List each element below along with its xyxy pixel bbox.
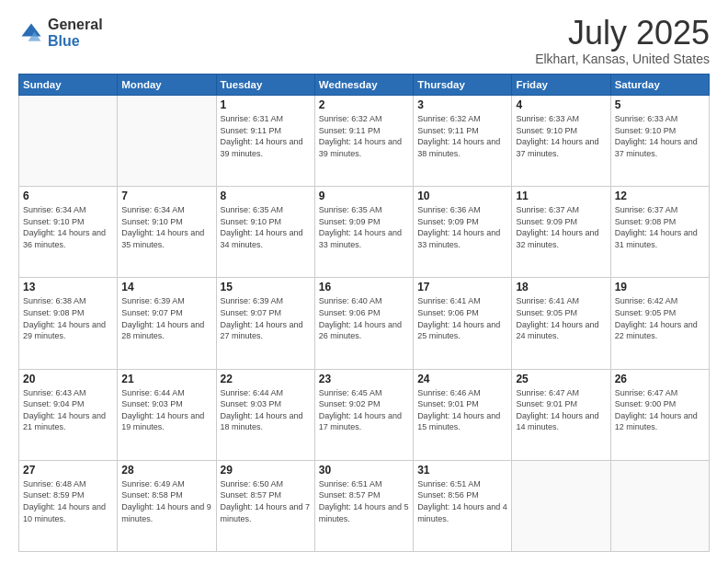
day-cell: 1Sunrise: 6:31 AMSunset: 9:11 PMDaylight…: [216, 96, 314, 187]
logo: General Blue: [18, 17, 103, 49]
day-number: 11: [516, 190, 606, 202]
week-row-2: 6Sunrise: 6:34 AMSunset: 9:10 PMDaylight…: [19, 187, 710, 278]
day-number: 22: [221, 373, 311, 385]
col-header-monday: Monday: [118, 75, 216, 96]
day-cell: 8Sunrise: 6:35 AMSunset: 9:10 PMDaylight…: [216, 187, 314, 278]
col-header-thursday: Thursday: [414, 75, 512, 96]
day-cell: 9Sunrise: 6:35 AMSunset: 9:09 PMDaylight…: [314, 187, 413, 278]
day-cell: 12Sunrise: 6:37 AMSunset: 9:08 PMDayligh…: [610, 187, 709, 278]
logo-text: General Blue: [48, 17, 103, 49]
week-row-5: 27Sunrise: 6:48 AMSunset: 8:59 PMDayligh…: [19, 460, 710, 551]
day-number: 23: [319, 373, 409, 385]
day-number: 29: [221, 464, 311, 477]
day-number: 14: [121, 281, 211, 293]
day-number: 15: [221, 281, 311, 293]
day-number: 20: [23, 373, 113, 385]
day-number: 12: [615, 190, 705, 202]
day-number: 24: [417, 373, 507, 385]
day-info: Sunrise: 6:34 AMSunset: 9:10 PMDaylight:…: [121, 204, 211, 250]
week-row-1: 1Sunrise: 6:31 AMSunset: 9:11 PMDaylight…: [19, 96, 710, 187]
day-number: 30: [319, 464, 409, 477]
day-number: 6: [23, 190, 113, 202]
col-header-tuesday: Tuesday: [216, 75, 314, 96]
day-info: Sunrise: 6:45 AMSunset: 9:02 PMDaylight:…: [319, 387, 409, 433]
day-cell: 10Sunrise: 6:36 AMSunset: 9:09 PMDayligh…: [414, 187, 512, 278]
day-info: Sunrise: 6:48 AMSunset: 8:59 PMDaylight:…: [23, 478, 113, 524]
day-number: 4: [516, 98, 606, 111]
day-cell: 27Sunrise: 6:48 AMSunset: 8:59 PMDayligh…: [19, 460, 118, 551]
day-cell: 13Sunrise: 6:38 AMSunset: 9:08 PMDayligh…: [19, 278, 118, 369]
day-info: Sunrise: 6:41 AMSunset: 9:06 PMDaylight:…: [417, 295, 507, 341]
day-cell: [512, 460, 610, 551]
day-cell: 7Sunrise: 6:34 AMSunset: 9:10 PMDaylight…: [118, 187, 216, 278]
day-info: Sunrise: 6:33 AMSunset: 9:10 PMDaylight:…: [615, 113, 705, 159]
day-number: 25: [516, 373, 606, 385]
day-number: 7: [121, 190, 211, 202]
week-row-4: 20Sunrise: 6:43 AMSunset: 9:04 PMDayligh…: [19, 369, 710, 460]
day-number: 1: [221, 98, 311, 111]
day-info: Sunrise: 6:51 AMSunset: 8:56 PMDaylight:…: [417, 478, 507, 524]
day-cell: 26Sunrise: 6:47 AMSunset: 9:00 PMDayligh…: [610, 369, 709, 460]
week-row-3: 13Sunrise: 6:38 AMSunset: 9:08 PMDayligh…: [19, 278, 710, 369]
page: General Blue July 2025 Elkhart, Kansas, …: [0, 0, 728, 563]
day-info: Sunrise: 6:42 AMSunset: 9:05 PMDaylight:…: [615, 295, 705, 341]
day-number: 31: [417, 464, 507, 477]
day-number: 10: [417, 190, 507, 202]
subtitle: Elkhart, Kansas, United States: [535, 52, 710, 66]
day-cell: 21Sunrise: 6:44 AMSunset: 9:03 PMDayligh…: [118, 369, 216, 460]
day-cell: 6Sunrise: 6:34 AMSunset: 9:10 PMDaylight…: [19, 187, 118, 278]
col-header-wednesday: Wednesday: [314, 75, 413, 96]
day-cell: 30Sunrise: 6:51 AMSunset: 8:57 PMDayligh…: [314, 460, 413, 551]
day-cell: 3Sunrise: 6:32 AMSunset: 9:11 PMDaylight…: [414, 96, 512, 187]
day-info: Sunrise: 6:46 AMSunset: 9:01 PMDaylight:…: [417, 387, 507, 433]
day-info: Sunrise: 6:47 AMSunset: 9:01 PMDaylight:…: [516, 387, 606, 433]
day-number: 21: [121, 373, 211, 385]
day-cell: 24Sunrise: 6:46 AMSunset: 9:01 PMDayligh…: [414, 369, 512, 460]
day-number: 9: [319, 190, 409, 202]
day-info: Sunrise: 6:44 AMSunset: 9:03 PMDaylight:…: [121, 387, 211, 433]
day-info: Sunrise: 6:47 AMSunset: 9:00 PMDaylight:…: [615, 387, 705, 433]
day-cell: 18Sunrise: 6:41 AMSunset: 9:05 PMDayligh…: [512, 278, 610, 369]
day-cell: 22Sunrise: 6:44 AMSunset: 9:03 PMDayligh…: [216, 369, 314, 460]
header-row: SundayMondayTuesdayWednesdayThursdayFrid…: [19, 75, 710, 96]
day-cell: [118, 96, 216, 187]
col-header-friday: Friday: [512, 75, 610, 96]
day-info: Sunrise: 6:39 AMSunset: 9:07 PMDaylight:…: [221, 295, 311, 341]
day-number: 17: [417, 281, 507, 293]
svg-marker-0: [22, 23, 41, 36]
day-cell: [19, 96, 118, 187]
day-cell: 25Sunrise: 6:47 AMSunset: 9:01 PMDayligh…: [512, 369, 610, 460]
day-cell: 28Sunrise: 6:49 AMSunset: 8:58 PMDayligh…: [118, 460, 216, 551]
day-cell: 4Sunrise: 6:33 AMSunset: 9:10 PMDaylight…: [512, 96, 610, 187]
day-cell: 20Sunrise: 6:43 AMSunset: 9:04 PMDayligh…: [19, 369, 118, 460]
day-cell: 2Sunrise: 6:32 AMSunset: 9:11 PMDaylight…: [314, 96, 413, 187]
day-info: Sunrise: 6:34 AMSunset: 9:10 PMDaylight:…: [23, 204, 113, 250]
day-number: 8: [221, 190, 311, 202]
day-info: Sunrise: 6:33 AMSunset: 9:10 PMDaylight:…: [516, 113, 606, 159]
day-info: Sunrise: 6:51 AMSunset: 8:57 PMDaylight:…: [319, 478, 409, 524]
day-info: Sunrise: 6:49 AMSunset: 8:58 PMDaylight:…: [121, 478, 211, 524]
day-info: Sunrise: 6:35 AMSunset: 9:09 PMDaylight:…: [319, 204, 409, 250]
day-number: 26: [615, 373, 705, 385]
day-cell: 16Sunrise: 6:40 AMSunset: 9:06 PMDayligh…: [314, 278, 413, 369]
day-info: Sunrise: 6:40 AMSunset: 9:06 PMDaylight:…: [319, 295, 409, 341]
day-number: 3: [417, 98, 507, 111]
day-number: 16: [319, 281, 409, 293]
day-info: Sunrise: 6:41 AMSunset: 9:05 PMDaylight:…: [516, 295, 606, 341]
logo-icon: [18, 20, 44, 46]
logo-general: General: [48, 17, 103, 33]
calendar-table: SundayMondayTuesdayWednesdayThursdayFrid…: [18, 74, 710, 552]
day-info: Sunrise: 6:36 AMSunset: 9:09 PMDaylight:…: [417, 204, 507, 250]
logo-blue: Blue: [48, 33, 103, 50]
day-number: 27: [23, 464, 113, 477]
day-info: Sunrise: 6:37 AMSunset: 9:08 PMDaylight:…: [615, 204, 705, 250]
day-info: Sunrise: 6:50 AMSunset: 8:57 PMDaylight:…: [221, 478, 311, 524]
day-cell: 29Sunrise: 6:50 AMSunset: 8:57 PMDayligh…: [216, 460, 314, 551]
day-info: Sunrise: 6:32 AMSunset: 9:11 PMDaylight:…: [319, 113, 409, 159]
day-number: 5: [615, 98, 705, 111]
day-number: 2: [319, 98, 409, 111]
day-cell: 17Sunrise: 6:41 AMSunset: 9:06 PMDayligh…: [414, 278, 512, 369]
day-cell: 5Sunrise: 6:33 AMSunset: 9:10 PMDaylight…: [610, 96, 709, 187]
title-block: July 2025 Elkhart, Kansas, United States: [535, 17, 710, 66]
day-cell: 31Sunrise: 6:51 AMSunset: 8:56 PMDayligh…: [414, 460, 512, 551]
